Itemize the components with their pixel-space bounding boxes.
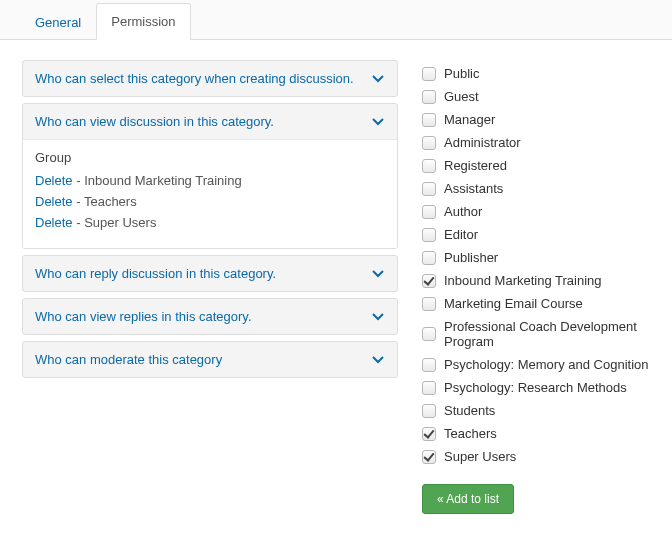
accordion-header[interactable]: Who can view discussion in this category… — [23, 104, 397, 139]
accordion-select-category: Who can select this category when creati… — [22, 60, 398, 97]
checklist-item: Guest — [422, 85, 652, 108]
accordion-view-discussion: Who can view discussion in this category… — [22, 103, 398, 249]
checklist-label: Author — [444, 204, 482, 219]
checklist-label: Assistants — [444, 181, 503, 196]
add-to-list-button[interactable]: « Add to list — [422, 484, 514, 514]
checklist-item: Registered — [422, 154, 652, 177]
delete-link[interactable]: Delete — [35, 215, 73, 230]
accordion-moderate-category: Who can moderate this category — [22, 341, 398, 378]
checklist-label: Public — [444, 66, 479, 81]
group-heading: Group — [35, 150, 385, 165]
group-row: Delete - Inbound Marketing Training — [35, 173, 385, 188]
checklist-label: Students — [444, 403, 495, 418]
checklist-label: Publisher — [444, 250, 498, 265]
checkbox[interactable] — [422, 381, 436, 395]
chevron-down-icon — [371, 72, 385, 86]
accordion-body: Group Delete - Inbound Marketing Trainin… — [23, 139, 397, 248]
checkbox[interactable] — [422, 113, 436, 127]
checklist-item: Students — [422, 399, 652, 422]
accordion-label: Who can view replies in this category. — [35, 309, 252, 324]
checkbox[interactable] — [422, 159, 436, 173]
checklist-item: Inbound Marketing Training — [422, 269, 652, 292]
chevron-down-icon — [371, 310, 385, 324]
group-checklist: PublicGuestManagerAdministratorRegistere… — [422, 62, 652, 468]
checklist-item: Editor — [422, 223, 652, 246]
group-row: Delete - Teachers — [35, 194, 385, 209]
checklist-item: Public — [422, 62, 652, 85]
group-name: - Super Users — [76, 215, 156, 230]
chevron-down-icon — [371, 267, 385, 281]
checklist-label: Super Users — [444, 449, 516, 464]
checklist-label: Psychology: Memory and Cognition — [444, 357, 649, 372]
checklist-item: Publisher — [422, 246, 652, 269]
accordion-label: Who can view discussion in this category… — [35, 114, 274, 129]
checkbox[interactable] — [422, 358, 436, 372]
checklist-label: Manager — [444, 112, 495, 127]
accordion-view-replies: Who can view replies in this category. — [22, 298, 398, 335]
checklist-label: Marketing Email Course — [444, 296, 583, 311]
delete-link[interactable]: Delete — [35, 194, 73, 209]
group-name: - Teachers — [76, 194, 136, 209]
checklist-item: Administrator — [422, 131, 652, 154]
checkbox[interactable] — [422, 251, 436, 265]
checklist-item: Assistants — [422, 177, 652, 200]
chevron-down-icon — [371, 115, 385, 129]
accordion-label: Who can moderate this category — [35, 352, 222, 367]
checklist-label: Editor — [444, 227, 478, 242]
accordion-header[interactable]: Who can select this category when creati… — [23, 61, 397, 96]
group-name: - Inbound Marketing Training — [76, 173, 242, 188]
checkbox[interactable] — [422, 450, 436, 464]
checklist-item: Super Users — [422, 445, 652, 468]
checklist-item: Manager — [422, 108, 652, 131]
accordion-reply-discussion: Who can reply discussion in this categor… — [22, 255, 398, 292]
accordion-header[interactable]: Who can reply discussion in this categor… — [23, 256, 397, 291]
tab-permission[interactable]: Permission — [96, 3, 190, 40]
checklist-label: Psychology: Research Methods — [444, 380, 627, 395]
checklist-item: Psychology: Memory and Cognition — [422, 353, 652, 376]
tab-bar: General Permission — [0, 0, 672, 40]
tab-general[interactable]: General — [20, 4, 96, 40]
checklist-item: Teachers — [422, 422, 652, 445]
checklist-label: Teachers — [444, 426, 497, 441]
checklist-label: Professional Coach Development Program — [444, 319, 652, 349]
checkbox[interactable] — [422, 274, 436, 288]
checkbox[interactable] — [422, 182, 436, 196]
checklist-label: Administrator — [444, 135, 521, 150]
group-row: Delete - Super Users — [35, 215, 385, 230]
checkbox[interactable] — [422, 228, 436, 242]
content: Who can select this category when creati… — [0, 40, 672, 534]
checklist-label: Guest — [444, 89, 479, 104]
checklist-item: Marketing Email Course — [422, 292, 652, 315]
checkbox[interactable] — [422, 67, 436, 81]
checklist-item: Author — [422, 200, 652, 223]
checkbox[interactable] — [422, 205, 436, 219]
checklist-item: Psychology: Research Methods — [422, 376, 652, 399]
checkbox[interactable] — [422, 327, 436, 341]
checkbox[interactable] — [422, 297, 436, 311]
checkbox[interactable] — [422, 427, 436, 441]
checkbox[interactable] — [422, 136, 436, 150]
checklist-label: Inbound Marketing Training — [444, 273, 602, 288]
checklist-column: PublicGuestManagerAdministratorRegistere… — [422, 60, 652, 514]
accordion-header[interactable]: Who can moderate this category — [23, 342, 397, 377]
chevron-down-icon — [371, 353, 385, 367]
accordion-header[interactable]: Who can view replies in this category. — [23, 299, 397, 334]
checkbox[interactable] — [422, 404, 436, 418]
checklist-item: Professional Coach Development Program — [422, 315, 652, 353]
checklist-label: Registered — [444, 158, 507, 173]
accordion-label: Who can reply discussion in this categor… — [35, 266, 276, 281]
accordion-label: Who can select this category when creati… — [35, 71, 354, 86]
checkbox[interactable] — [422, 90, 436, 104]
delete-link[interactable]: Delete — [35, 173, 73, 188]
accordion-column: Who can select this category when creati… — [22, 60, 398, 514]
